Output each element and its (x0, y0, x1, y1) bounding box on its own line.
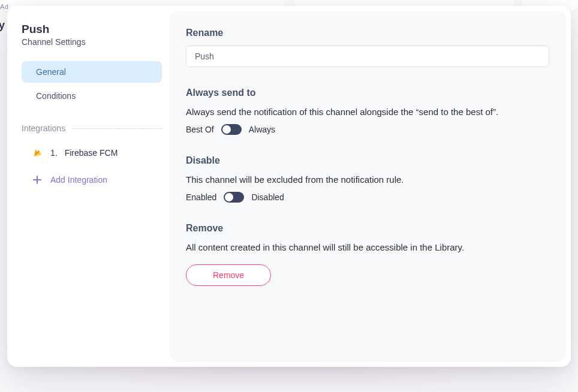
add-integration-button[interactable]: Add Integration (22, 163, 162, 197)
disable-description: This channel will be excluded from the n… (186, 173, 549, 186)
integration-name: Firebase FCM (65, 148, 118, 158)
rename-input[interactable] (186, 46, 549, 67)
channel-settings-modal: Push Channel Settings General Conditions… (7, 6, 571, 367)
remove-description: All content created in this channel will… (186, 241, 549, 254)
remove-button[interactable]: Remove (186, 264, 271, 286)
settings-sidebar: Push Channel Settings General Conditions… (7, 6, 169, 367)
add-integration-label: Add Integration (50, 175, 107, 185)
sidebar-item-general[interactable]: General (22, 61, 162, 83)
remove-section: Remove All content created in this chann… (186, 223, 549, 286)
toggle-left-label: Best Of (186, 125, 214, 134)
sidebar-item-label: General (36, 67, 66, 77)
toggle-left-label: Enabled (186, 192, 216, 202)
integration-item-firebase[interactable]: 1. Firebase FCM (22, 143, 162, 163)
disable-heading: Disable (186, 155, 549, 166)
always-send-toggle[interactable] (221, 124, 242, 135)
always-send-section: Always send to Always send the notificat… (186, 88, 549, 135)
toggle-right-label: Disabled (251, 192, 284, 202)
rename-heading: Rename (186, 28, 549, 38)
sidebar-item-conditions[interactable]: Conditions (22, 85, 162, 107)
background-text-y: y (0, 19, 5, 32)
disable-toggle-row: Enabled Disabled (186, 192, 549, 203)
sidebar-nav: General Conditions (22, 61, 162, 107)
remove-button-label: Remove (213, 270, 244, 280)
integrations-label: Integrations (22, 123, 65, 133)
integrations-section-header: Integrations (22, 123, 162, 133)
sidebar-item-label: Conditions (36, 91, 76, 101)
integration-index: 1. (50, 148, 58, 158)
sidebar-title: Push (22, 23, 162, 36)
divider (73, 128, 162, 129)
toggle-right-label: Always (249, 125, 275, 134)
always-send-description: Always send the notification of this cha… (186, 105, 549, 118)
firebase-icon (32, 147, 43, 158)
rename-section: Rename (186, 28, 549, 67)
settings-main-panel: Rename Always send to Always send the no… (169, 11, 566, 362)
background-text: Ad (0, 3, 8, 10)
disable-toggle[interactable] (224, 192, 244, 203)
always-send-toggle-row: Best Of Always (186, 124, 549, 135)
sidebar-subtitle: Channel Settings (22, 37, 162, 47)
disable-section: Disable This channel will be excluded fr… (186, 155, 549, 203)
always-send-heading: Always send to (186, 88, 549, 98)
plus-icon (32, 175, 42, 185)
remove-heading: Remove (186, 223, 549, 234)
